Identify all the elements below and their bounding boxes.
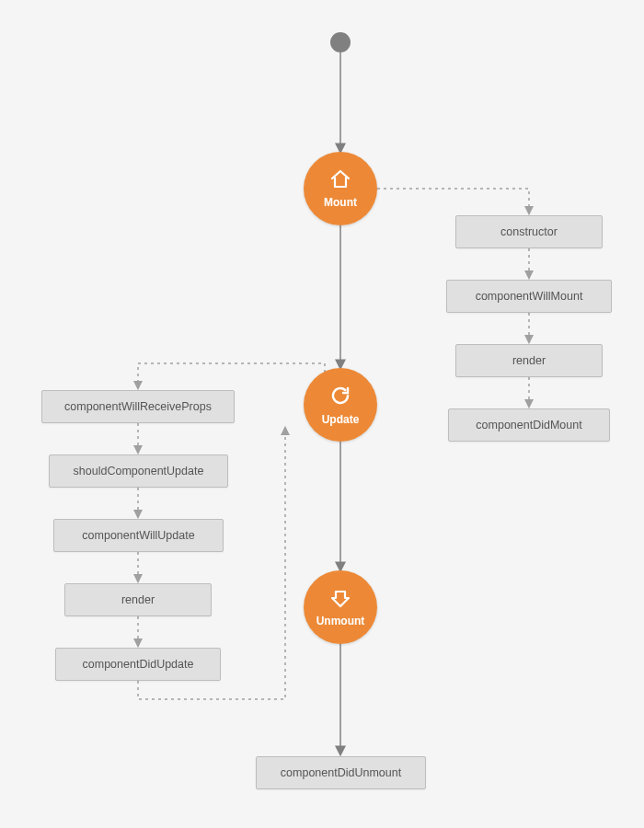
phase-node-mount: Mount (304, 152, 377, 225)
phase-node-update: Update (304, 368, 377, 442)
method-box-componentwillupdate: componentWillUpdate (53, 519, 224, 552)
method-label: constructor (500, 225, 558, 238)
edge-mount-to-constructor (377, 189, 529, 213)
method-box-render-mount: render (455, 344, 603, 377)
method-box-shouldcomponentupdate: shouldComponentUpdate (49, 454, 228, 488)
phase-label: Mount (324, 196, 357, 209)
method-box-componentdidunmount: componentDidUnmount (256, 756, 426, 789)
lifecycle-diagram: Mount Update Unmount constructor compone… (0, 0, 644, 828)
method-label: componentDidUpdate (83, 658, 194, 671)
refresh-icon (329, 385, 351, 409)
method-label: componentWillMount (476, 290, 583, 303)
method-label: shouldComponentUpdate (74, 465, 204, 477)
phase-node-unmount: Unmount (304, 570, 377, 644)
method-label: componentWillReceiveProps (64, 400, 212, 413)
method-box-constructor: constructor (455, 215, 603, 248)
method-box-componentwillmount: componentWillMount (446, 280, 612, 313)
house-icon (329, 169, 351, 192)
method-label: componentDidMount (476, 419, 581, 431)
start-node (330, 32, 351, 52)
method-box-componentdidmount: componentDidMount (448, 408, 610, 442)
method-box-componentdidupdate: componentDidUpdate (55, 648, 221, 681)
method-box-componentwillreceiveprops: componentWillReceiveProps (41, 390, 235, 423)
phase-label: Update (322, 413, 360, 426)
download-icon (330, 588, 351, 611)
method-label: render (512, 354, 546, 367)
method-label: render (121, 593, 155, 606)
phase-label: Unmount (316, 615, 365, 627)
method-label: componentWillUpdate (82, 529, 194, 542)
method-box-render-update: render (64, 583, 212, 616)
method-label: componentDidUnmount (281, 766, 401, 779)
edge-update-to-receiveprops (138, 363, 325, 388)
